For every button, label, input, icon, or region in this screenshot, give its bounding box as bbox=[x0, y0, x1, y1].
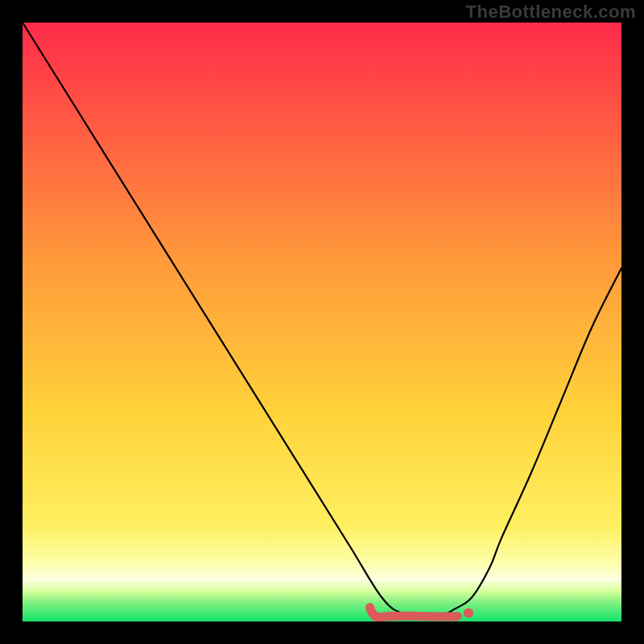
chart-plot-area bbox=[23, 23, 621, 621]
chart-frame: TheBottleneck.com bbox=[0, 0, 644, 644]
optimal-end-dot bbox=[464, 609, 473, 618]
gradient-background bbox=[23, 23, 621, 621]
watermark-text: TheBottleneck.com bbox=[466, 2, 636, 23]
chart-svg bbox=[23, 23, 621, 621]
